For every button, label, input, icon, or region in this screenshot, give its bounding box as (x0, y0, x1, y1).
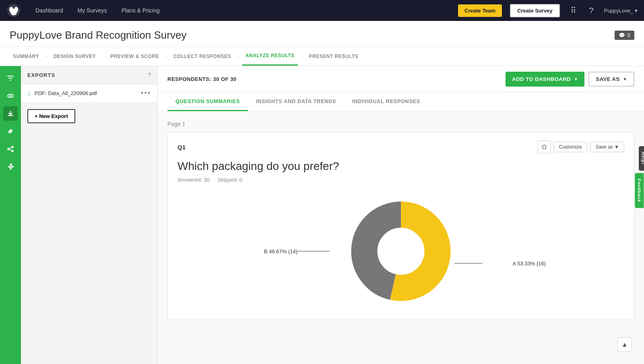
page-title: PuppyLove Brand Recognition Survey (10, 29, 186, 41)
scroll-to-top-button[interactable]: ▲ (617, 337, 632, 352)
results-toolbar: RESPONDENTS: 30 of 30 ADD TO DASHBOARD ▼… (158, 66, 644, 93)
create-survey-button[interactable]: Create Survey (510, 4, 559, 17)
user-menu[interactable]: PuppyLove_ ▾ (604, 8, 638, 14)
link-icon[interactable] (3, 124, 18, 139)
exports-title: EXPORTS (27, 72, 55, 78)
nav-plans[interactable]: Plans & Pricing (118, 6, 163, 15)
pin-icon[interactable] (538, 141, 551, 153)
user-dropdown-arrow: ▾ (635, 8, 638, 14)
toolbar-right: ADD TO DASHBOARD ▼ SAVE AS ▼ (506, 72, 634, 87)
chart-label-a-wrapper: A 53.33% (16) (483, 260, 546, 267)
question-card: Q1 Customize Save as ▼ Which packaging d… (167, 132, 634, 320)
question-meta: Answered: 30 Skipped: 0 (178, 177, 624, 183)
exports-header: EXPORTS ? (21, 66, 157, 84)
help-circle-icon[interactable]: ? (587, 4, 596, 17)
main-content: RESPONDENTS: 30 of 30 ADD TO DASHBOARD ▼… (158, 66, 644, 364)
logo[interactable] (6, 3, 24, 18)
svg-point-8 (12, 150, 13, 152)
create-team-button[interactable]: Create Team (458, 4, 502, 17)
eye-icon[interactable] (3, 89, 18, 103)
add-to-dashboard-button[interactable]: ADD TO DASHBOARD ▼ (506, 72, 584, 87)
export-item: ↓ PDF: Data_All_220906.pdf ••• (21, 84, 157, 103)
chart-container: B 46.67% (14) (178, 191, 624, 312)
step-arrow-4: → (236, 54, 241, 59)
apps-grid-icon[interactable]: ⠿ (568, 4, 579, 17)
step-navigation: SUMMARY → DESIGN SURVEY → PREVIEW & SCOR… (0, 47, 644, 66)
svg-point-5 (10, 95, 11, 97)
page-label: Page 1 (167, 121, 634, 127)
question-text: Which packaging do you prefer? (178, 160, 624, 173)
tab-insights-data-trends[interactable]: INSIGHTS AND DATA TRENDS (248, 93, 344, 111)
step-design-survey[interactable]: DESIGN SURVEY (50, 47, 99, 66)
comment-count: 0 (627, 32, 630, 38)
nav-dashboard[interactable]: Dashboard (32, 6, 66, 15)
exports-help-icon[interactable]: ? (148, 72, 151, 78)
exports-panel: EXPORTS ? ↓ PDF: Data_All_220906.pdf •••… (21, 66, 158, 364)
step-arrow-5: → (299, 54, 304, 59)
tab-individual-responses[interactable]: INDIVIDUAL RESPONSES (344, 93, 428, 111)
svg-point-6 (12, 146, 13, 148)
filter-icon[interactable] (3, 71, 18, 85)
main-layout: EXPORTS ? ↓ PDF: Data_All_220906.pdf •••… (0, 66, 644, 364)
question-actions: Customize Save as ▼ (538, 141, 624, 153)
chart-label-b-wrapper: B 46.67% (14) (264, 248, 297, 255)
svg-point-7 (8, 148, 9, 150)
step-arrow-3: → (164, 54, 169, 59)
chart-label-a: A 53.33% (16) (513, 261, 546, 267)
export-more-menu[interactable]: ••• (141, 89, 151, 97)
donut-chart (349, 199, 453, 304)
results-tabs: QUESTION SUMMARIES INSIGHTS AND DATA TRE… (158, 93, 644, 111)
icon-sidebar (0, 66, 21, 364)
svg-point-12 (378, 228, 424, 274)
download-icon[interactable] (3, 106, 18, 121)
step-collect-responses[interactable]: COLLECT RESPONSES (170, 47, 234, 66)
top-navigation: Dashboard My Surveys Plans & Pricing Cre… (0, 0, 644, 21)
page-header: PuppyLove Brand Recognition Survey 💬 0 (0, 21, 644, 47)
answered-count: Answered: 30 (178, 177, 210, 183)
tab-question-summaries[interactable]: QUESTION SUMMARIES (167, 93, 248, 111)
share-icon[interactable] (3, 142, 18, 156)
step-preview-score[interactable]: PREVIEW & SCORE (107, 47, 162, 66)
comment-badge[interactable]: 💬 0 (615, 31, 634, 40)
nav-my-surveys[interactable]: My Surveys (74, 6, 110, 15)
skipped-count: Skipped: 0 (218, 177, 242, 183)
step-arrow-2: → (101, 54, 105, 59)
question-card-header: Q1 Customize Save as ▼ (178, 141, 624, 153)
question-number: Q1 (178, 144, 186, 151)
comment-icon: 💬 (619, 32, 625, 38)
export-filename: PDF: Data_All_220906.pdf (35, 90, 137, 96)
question-area: Page 1 Q1 Customize Save as ▼ Which pack… (158, 111, 644, 330)
save-as-q-button[interactable]: Save as ▼ (590, 142, 624, 152)
export-download-icon: ↓ (27, 90, 31, 97)
step-summary[interactable]: SUMMARY (10, 47, 42, 66)
help-tab[interactable]: Help! (639, 146, 644, 171)
chart-label-b: B 46.67% (14) (264, 248, 297, 254)
customize-button[interactable]: Customize (554, 142, 587, 152)
respondents-label: RESPONDENTS: 30 of 30 (167, 76, 237, 82)
step-arrow-1: → (44, 54, 49, 59)
save-as-button[interactable]: SAVE AS ▼ (588, 72, 634, 87)
step-present-results[interactable]: PRESENT RESULTS (306, 47, 362, 66)
new-export-button[interactable]: + New Export (27, 109, 75, 123)
svg-point-3 (10, 9, 17, 15)
save-as-dropdown-arrow: ▼ (623, 77, 627, 81)
bolt-icon[interactable] (3, 159, 18, 174)
feedback-tab[interactable]: Feedback (635, 173, 644, 208)
add-dashboard-dropdown-arrow: ▼ (574, 77, 578, 81)
step-analyze-results[interactable]: ANALYZE RESULTS (242, 47, 298, 66)
